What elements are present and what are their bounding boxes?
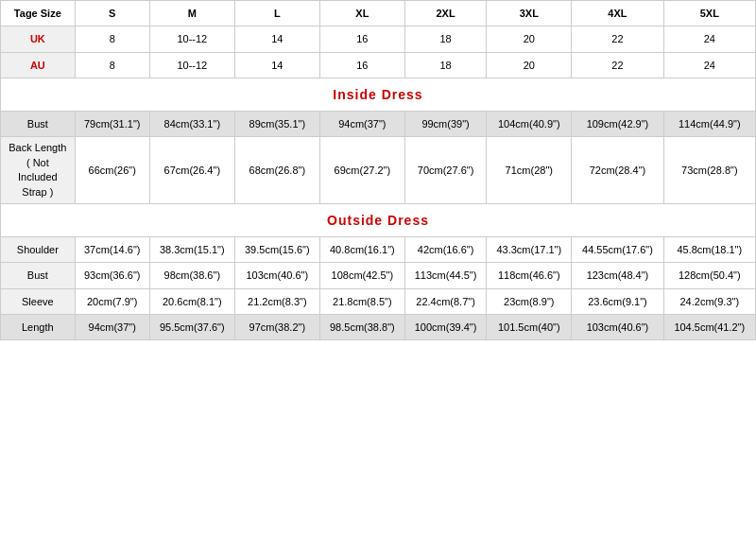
outside-bust-row: Bust 93cm(36.6") 98cm(38.6") 103cm(40.6"… <box>1 263 756 288</box>
length-s: 94cm(37") <box>75 315 149 340</box>
au-l: 14 <box>234 52 319 78</box>
au-5xl: 24 <box>663 52 755 78</box>
au-4xl: 22 <box>572 52 663 78</box>
back-length-label: Back Length( NotIncludedStrap ) <box>1 137 76 204</box>
sleeve-m: 20.6cm(8.1") <box>149 288 234 314</box>
inside-bust-row: Bust 79cm(31.1") 84cm(33.1") 89cm(35.1")… <box>1 112 756 137</box>
au-row: AU 8 10--12 14 16 18 20 22 24 <box>1 52 756 78</box>
au-s: 8 <box>75 52 149 78</box>
uk-5xl: 24 <box>663 26 755 52</box>
inside-bust-label: Bust <box>1 112 76 137</box>
inside-dress-header: Inside Dress <box>1 78 756 111</box>
shoulder-l: 39.5cm(15.6") <box>234 237 319 263</box>
length-2xl: 100cm(39.4") <box>404 315 486 340</box>
au-3xl: 20 <box>487 52 572 78</box>
back-length-l: 68cm(26.8") <box>234 137 319 204</box>
inside-bust-4xl: 109cm(42.9") <box>572 112 663 137</box>
uk-3xl: 20 <box>487 26 572 52</box>
outside-dress-header: Outside Dress <box>1 203 756 236</box>
outside-bust-s: 93cm(36.6") <box>75 263 149 288</box>
sleeve-xl: 21.8cm(8.5") <box>319 288 404 314</box>
tage-size-label: Tage Size <box>1 1 76 26</box>
outside-dress-label: Outside Dress <box>1 203 756 236</box>
sleeve-s: 20cm(7.9") <box>75 288 149 314</box>
outside-bust-m: 98cm(38.6") <box>149 263 234 288</box>
uk-xl: 16 <box>319 26 404 52</box>
uk-row: UK 8 10--12 14 16 18 20 22 24 <box>1 26 756 52</box>
uk-label: UK <box>1 26 76 52</box>
size-s: S <box>75 1 149 26</box>
size-chart-table: Tage Size S M L XL 2XL 3XL 4XL 5XL UK 8 … <box>0 0 756 340</box>
inside-bust-2xl: 99cm(39") <box>404 112 486 137</box>
inside-bust-m: 84cm(33.1") <box>149 112 234 137</box>
inside-bust-5xl: 114cm(44.9") <box>663 112 755 137</box>
back-length-s: 66cm(26") <box>75 137 149 204</box>
size-header-row: Tage Size S M L XL 2XL 3XL 4XL 5XL <box>1 1 756 26</box>
shoulder-s: 37cm(14.6") <box>75 237 149 263</box>
uk-m: 10--12 <box>149 26 234 52</box>
outside-bust-xl: 108cm(42.5") <box>319 263 404 288</box>
back-length-4xl: 72cm(28.4") <box>572 137 663 204</box>
sleeve-row: Sleeve 20cm(7.9") 20.6cm(8.1") 21.2cm(8.… <box>1 288 756 314</box>
length-4xl: 103cm(40.6") <box>572 315 663 340</box>
outside-bust-l: 103cm(40.6") <box>234 263 319 288</box>
au-2xl: 18 <box>404 52 486 78</box>
size-xl: XL <box>319 1 404 26</box>
shoulder-row: Shoulder 37cm(14.6") 38.3cm(15.1") 39.5c… <box>1 237 756 263</box>
size-5xl: 5XL <box>663 1 755 26</box>
sleeve-4xl: 23.6cm(9.1") <box>572 288 663 314</box>
length-m: 95.5cm(37.6") <box>149 315 234 340</box>
inside-dress-label: Inside Dress <box>1 78 756 111</box>
inside-bust-l: 89cm(35.1") <box>234 112 319 137</box>
size-l: L <box>234 1 319 26</box>
uk-2xl: 18 <box>404 26 486 52</box>
sleeve-3xl: 23cm(8.9") <box>487 288 572 314</box>
sleeve-label: Sleeve <box>1 288 76 314</box>
size-m: M <box>149 1 234 26</box>
shoulder-3xl: 43.3cm(17.1") <box>487 237 572 263</box>
back-length-3xl: 71cm(28") <box>487 137 572 204</box>
au-m: 10--12 <box>149 52 234 78</box>
length-5xl: 104.5cm(41.2") <box>663 315 755 340</box>
shoulder-label: Shoulder <box>1 237 76 263</box>
shoulder-4xl: 44.55cm(17.6") <box>572 237 663 263</box>
uk-l: 14 <box>234 26 319 52</box>
sleeve-l: 21.2cm(8.3") <box>234 288 319 314</box>
back-length-xl: 69cm(27.2") <box>319 137 404 204</box>
outside-bust-3xl: 118cm(46.6") <box>487 263 572 288</box>
inside-bust-3xl: 104cm(40.9") <box>487 112 572 137</box>
length-l: 97cm(38.2") <box>234 315 319 340</box>
outside-bust-5xl: 128cm(50.4") <box>663 263 755 288</box>
back-length-5xl: 73cm(28.8") <box>663 137 755 204</box>
size-3xl: 3XL <box>487 1 572 26</box>
uk-4xl: 22 <box>572 26 663 52</box>
inside-bust-s: 79cm(31.1") <box>75 112 149 137</box>
back-length-m: 67cm(26.4") <box>149 137 234 204</box>
uk-s: 8 <box>75 26 149 52</box>
size-4xl: 4XL <box>572 1 663 26</box>
au-xl: 16 <box>319 52 404 78</box>
shoulder-m: 38.3cm(15.1") <box>149 237 234 263</box>
shoulder-2xl: 42cm(16.6") <box>404 237 486 263</box>
au-label: AU <box>1 52 76 78</box>
outside-bust-2xl: 113cm(44.5") <box>404 263 486 288</box>
sleeve-2xl: 22.4cm(8.7") <box>404 288 486 314</box>
length-row: Length 94cm(37") 95.5cm(37.6") 97cm(38.2… <box>1 315 756 340</box>
length-3xl: 101.5cm(40") <box>487 315 572 340</box>
length-label: Length <box>1 315 76 340</box>
outside-bust-label: Bust <box>1 263 76 288</box>
outside-bust-4xl: 123cm(48.4") <box>572 263 663 288</box>
shoulder-xl: 40.8cm(16.1") <box>319 237 404 263</box>
shoulder-5xl: 45.8cm(18.1") <box>663 237 755 263</box>
back-length-2xl: 70cm(27.6") <box>404 137 486 204</box>
size-2xl: 2XL <box>404 1 486 26</box>
inside-bust-xl: 94cm(37") <box>319 112 404 137</box>
back-length-row: Back Length( NotIncludedStrap ) 66cm(26"… <box>1 137 756 204</box>
sleeve-5xl: 24.2cm(9.3") <box>663 288 755 314</box>
length-xl: 98.5cm(38.8") <box>319 315 404 340</box>
